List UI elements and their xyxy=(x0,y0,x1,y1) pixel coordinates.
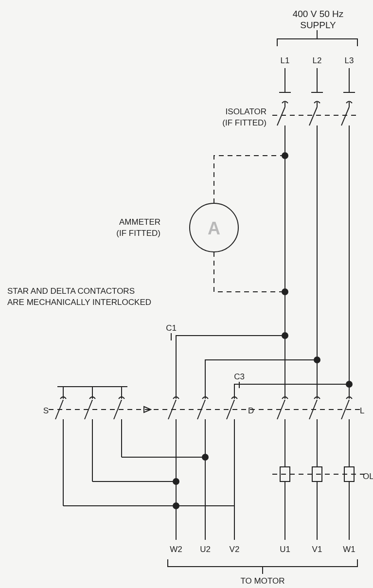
overload-label: OL xyxy=(363,472,373,481)
svg-point-47 xyxy=(173,478,179,485)
svg-line-16 xyxy=(341,107,349,125)
phase-L2: L2 xyxy=(311,56,323,92)
wire-c1 xyxy=(176,336,285,399)
ammeter-symbol: A xyxy=(208,218,220,238)
terminal-W1: W1 xyxy=(343,545,355,554)
phase-L3: L3 xyxy=(343,56,355,92)
phase-L1: L1 xyxy=(279,56,291,92)
svg-text:L2: L2 xyxy=(313,56,322,65)
ammeter-lead-top xyxy=(214,156,285,203)
svg-line-13 xyxy=(309,107,317,125)
terminal-W2: W2 xyxy=(170,545,182,554)
isolator-label-2: (IF FITTED) xyxy=(222,118,266,127)
ammeter-lead-bottom xyxy=(214,252,285,292)
contactor-l-label: L xyxy=(360,406,364,415)
contactor-d-label: D xyxy=(248,406,254,415)
isolator-label-1: ISOLATOR xyxy=(226,107,266,116)
terminal-U1: U1 xyxy=(280,545,290,554)
interlock-note-2: ARE MECHANICALLY INTERLOCKED xyxy=(7,298,151,307)
wire-l2-to-d2 xyxy=(205,360,317,399)
isolator-pole-L1 xyxy=(277,102,288,156)
interlock-note-1: STAR AND DELTA CONTACTORS xyxy=(7,286,135,296)
supply-title-2: SUPPLY xyxy=(300,20,336,30)
svg-text:L1: L1 xyxy=(281,56,290,65)
svg-point-48 xyxy=(173,502,179,509)
ammeter-label-1: AMMETER xyxy=(119,217,160,227)
star-contactor-S xyxy=(55,387,127,506)
to-motor-label: TO MOTOR xyxy=(241,576,285,586)
contactor-s-label: S xyxy=(43,406,49,415)
isolator-pole-L3 xyxy=(341,102,352,385)
terminal-V2: V2 xyxy=(230,545,240,554)
terminal-V1: V1 xyxy=(312,545,322,554)
isolator-pole-L2 xyxy=(309,102,320,360)
delta-contactor-D xyxy=(168,397,237,540)
svg-point-46 xyxy=(202,454,209,461)
ammeter-label-2: (IF FITTED) xyxy=(116,229,160,238)
aux-c3-label: C3 xyxy=(234,372,245,381)
aux-c1-label: C1 xyxy=(166,323,177,333)
svg-text:L3: L3 xyxy=(345,56,354,65)
terminal-U2: U2 xyxy=(200,545,211,554)
supply-bracket xyxy=(277,39,357,46)
line-contactor-L xyxy=(277,397,352,467)
star-delta-schematic: 400 V 50 Hz SUPPLY L1 L2 L3 ISOLATOR (IF… xyxy=(0,0,373,588)
supply-title-1: 400 V 50 Hz xyxy=(293,9,344,19)
overload-relay-OL xyxy=(272,467,367,540)
svg-line-10 xyxy=(277,107,285,125)
motor-bracket xyxy=(168,559,357,567)
wire-c3 xyxy=(234,384,349,399)
